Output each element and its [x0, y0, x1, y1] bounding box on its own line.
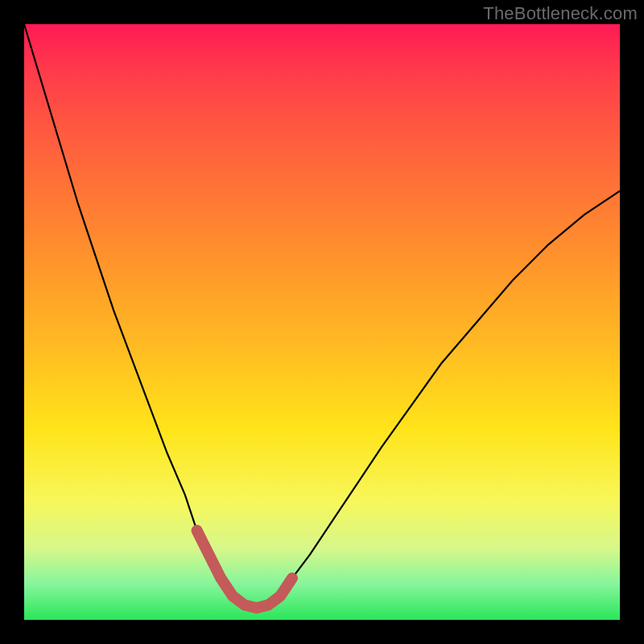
optimal-marker	[197, 530, 292, 608]
plot-area	[24, 24, 620, 620]
bottleneck-curve	[24, 24, 620, 608]
chart-svg	[24, 24, 620, 620]
watermark-text: TheBottleneck.com	[483, 3, 638, 24]
chart-frame: TheBottleneck.com	[0, 0, 644, 644]
